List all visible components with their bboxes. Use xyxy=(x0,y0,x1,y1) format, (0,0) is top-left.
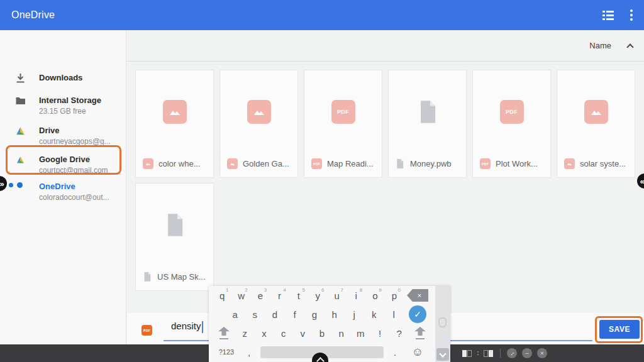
files-header: Name xyxy=(127,30,644,62)
key-y[interactable]: y6 xyxy=(308,286,327,305)
key-alt: 4 xyxy=(283,287,286,293)
key-s[interactable]: s xyxy=(245,305,265,324)
key-exclaim[interactable]: ! xyxy=(370,324,390,343)
document-icon xyxy=(143,272,152,282)
close-icon: × xyxy=(540,351,543,356)
key-m[interactable]: m xyxy=(351,324,370,343)
key-a[interactable]: a xyxy=(225,305,245,324)
key-alt: 8 xyxy=(360,287,362,293)
file-name: color whe... xyxy=(158,159,200,168)
key-r[interactable]: r4 xyxy=(270,286,289,305)
snap-right-icon[interactable] xyxy=(484,350,494,357)
key-alt: 3 xyxy=(264,287,267,293)
sidebar-item-google-drive[interactable]: Google Drive courtpct@gmail.com xyxy=(0,155,126,176)
sidebar-item-label: Internal Storage xyxy=(39,96,101,105)
comma-key[interactable]: , xyxy=(240,343,258,361)
backspace-key[interactable]: × xyxy=(404,286,431,305)
key-alt: 7 xyxy=(340,287,343,293)
minimize-button[interactable]: – xyxy=(522,348,532,358)
hide-keyboard-button[interactable] xyxy=(436,348,449,361)
sidebar-item-sublabel: coloradocourt@out... xyxy=(39,193,109,202)
key-j[interactable]: j xyxy=(344,305,364,324)
key-p[interactable]: p0 xyxy=(385,286,404,305)
key-u[interactable]: u7 xyxy=(327,286,346,305)
key-question[interactable]: ? xyxy=(389,324,409,343)
snap-left-icon[interactable] xyxy=(462,350,472,357)
window-title: OneDrive xyxy=(11,9,55,21)
double-chevron-right-icon: » xyxy=(0,179,4,189)
pdf-icon: PDF xyxy=(480,158,491,169)
key-q[interactable]: q1 xyxy=(213,286,231,305)
pdf-label: PDF xyxy=(506,109,518,115)
chevron-up-icon xyxy=(316,357,325,362)
key-w[interactable]: w2 xyxy=(231,286,250,305)
list-row xyxy=(602,18,614,20)
key-f[interactable]: f xyxy=(285,305,305,324)
key-z[interactable]: z xyxy=(235,324,255,343)
key-n[interactable]: n xyxy=(331,324,351,343)
shift-key[interactable] xyxy=(213,324,235,343)
text-cursor xyxy=(202,321,203,333)
file-name: Map Readi... xyxy=(327,159,374,168)
key-v[interactable]: v xyxy=(293,324,313,343)
image-icon xyxy=(143,158,153,169)
shift-key[interactable] xyxy=(409,324,431,343)
overflow-menu-icon[interactable] xyxy=(628,8,635,22)
file-name: Money.pwb xyxy=(410,159,452,168)
key-alt: 0 xyxy=(398,287,401,293)
symbols-key[interactable]: ?123 xyxy=(213,343,240,361)
key-i[interactable]: i8 xyxy=(347,286,365,305)
enter-key[interactable]: ✓ xyxy=(404,305,431,324)
google-drive-icon xyxy=(15,155,26,165)
key-alt: 1 xyxy=(226,287,228,293)
list-view-icon[interactable] xyxy=(602,11,614,20)
key-k[interactable]: k xyxy=(364,305,384,324)
key-o[interactable]: o9 xyxy=(365,286,384,305)
sidebar-item-drive[interactable]: Drive courtneyacgops@g... xyxy=(0,126,126,147)
close-button[interactable]: × xyxy=(537,348,547,358)
divider xyxy=(500,349,501,358)
file-tile[interactable]: PDF PDF Map Readi... xyxy=(304,70,382,178)
emoji-icon: ☺ xyxy=(412,346,423,359)
onedrive-cloud-icon xyxy=(15,182,26,192)
save-button[interactable]: SAVE xyxy=(599,320,640,339)
key-c[interactable]: c xyxy=(274,324,293,343)
key-g[interactable]: g xyxy=(304,305,325,324)
key-x[interactable]: x xyxy=(255,324,274,343)
key-t[interactable]: t5 xyxy=(289,286,308,305)
keyboard-panel: q1 w2 e3 r4 t5 y6 u7 i8 o9 p0 × a s d f … xyxy=(209,286,435,362)
sidebar-item-onedrive[interactable]: OneDrive coloradocourt@out... xyxy=(0,182,126,203)
filename-value: density xyxy=(171,321,201,331)
file-tile[interactable]: color whe... xyxy=(135,70,214,178)
google-drive-icon xyxy=(15,126,26,136)
key-h[interactable]: h xyxy=(325,305,345,324)
file-tile[interactable]: Money.pwb xyxy=(388,70,467,178)
key-l[interactable]: l xyxy=(384,305,404,324)
key-d[interactable]: d xyxy=(265,305,285,324)
file-tile[interactable]: PDF PDF Plot Work... xyxy=(472,70,551,178)
sidebar-item-sublabel: courtpct@gmail.com xyxy=(39,166,108,175)
pdf-label: PDF xyxy=(313,162,320,166)
list-row xyxy=(602,14,614,16)
file-tile[interactable]: US Map Sk... xyxy=(135,183,214,291)
sidebar-item-downloads[interactable]: Downloads xyxy=(0,73,126,85)
keyboard-row-2: a s d f g h j k l ✓ xyxy=(209,305,435,324)
drag-handle-icon[interactable] xyxy=(438,317,447,327)
restore-button[interactable]: ↔ xyxy=(507,348,517,358)
document-icon xyxy=(396,158,405,169)
sidebar-item-internal-storage[interactable]: Internal Storage 23.15 GB free xyxy=(0,96,126,117)
keyboard-side-strip xyxy=(435,286,450,362)
key-alt: 2 xyxy=(245,287,247,293)
period-key[interactable]: . xyxy=(386,343,404,361)
key-b[interactable]: b xyxy=(313,324,332,343)
emoji-key[interactable]: ☺ xyxy=(404,343,431,361)
sort-ascending-icon[interactable] xyxy=(626,43,633,50)
pdf-icon: PDF xyxy=(500,100,524,124)
key-alt: 9 xyxy=(379,287,381,293)
image-icon xyxy=(227,158,238,169)
key-e[interactable]: e3 xyxy=(251,286,270,305)
sort-by-name-button[interactable]: Name xyxy=(589,41,611,50)
file-tile[interactable]: solar syste... xyxy=(557,70,635,178)
file-tile[interactable]: Golden Ga... xyxy=(219,70,298,178)
sidebar-item-sublabel: 23.15 GB free xyxy=(39,107,86,116)
